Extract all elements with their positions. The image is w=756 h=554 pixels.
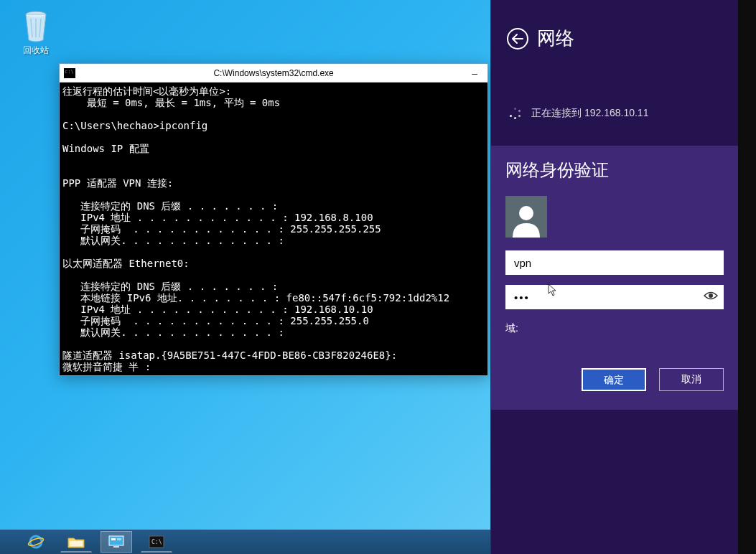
taskbar-settings[interactable] <box>101 531 132 553</box>
desktop-icon-recycle-bin[interactable]: 回收站 <box>13 9 59 57</box>
ok-button[interactable]: 确定 <box>582 368 646 391</box>
back-button[interactable] <box>507 28 528 50</box>
connection-status-row: 正在连接到 192.168.10.11 <box>491 64 738 126</box>
network-charm-panel: 网络 正在连接到 192.168.10.11 网络身份验证 域: 确定 取消 <box>490 0 738 554</box>
taskbar-cmd[interactable]: C:\ <box>141 531 172 553</box>
recycle-bin-icon <box>21 9 51 43</box>
password-field[interactable] <box>505 285 724 309</box>
svg-rect-7 <box>117 538 121 540</box>
svg-text:C:\: C:\ <box>151 539 162 545</box>
spinner-icon <box>510 108 521 119</box>
network-panel-title: 网络 <box>537 26 574 51</box>
taskbar[interactable]: C:\ <box>0 530 490 554</box>
svg-rect-4 <box>109 536 123 545</box>
taskbar-ie[interactable] <box>20 531 52 553</box>
cancel-button[interactable]: 取消 <box>659 368 724 391</box>
domain-label: 域: <box>505 322 724 335</box>
taskbar-explorer[interactable] <box>60 531 92 553</box>
cmd-app-icon <box>64 68 75 78</box>
cmd-window[interactable]: C:\Windows\system32\cmd.exe – 往返行程的估计时间<… <box>59 63 488 376</box>
auth-section: 网络身份验证 域: 确定 取消 <box>491 146 738 410</box>
minimize-button[interactable]: – <box>466 67 483 79</box>
cmd-titlebar[interactable]: C:\Windows\system32\cmd.exe – <box>60 64 487 83</box>
svg-rect-5 <box>113 546 119 548</box>
svg-rect-3 <box>70 541 83 546</box>
auth-heading: 网络身份验证 <box>505 159 724 182</box>
svg-point-10 <box>519 206 533 220</box>
reveal-password-icon[interactable] <box>704 289 718 304</box>
cmd-output[interactable]: 往返行程的估计时间<以毫秒为单位>: 最短 = 0ms, 最长 = 1ms, 平… <box>60 83 487 375</box>
screen-right-edge <box>738 0 756 554</box>
svg-point-2 <box>27 536 44 547</box>
svg-rect-6 <box>111 538 116 540</box>
recycle-bin-label: 回收站 <box>13 44 59 57</box>
connection-status-text: 正在连接到 192.168.10.11 <box>531 107 648 120</box>
svg-point-11 <box>709 294 713 298</box>
cmd-title: C:\Windows\system32\cmd.exe <box>81 68 466 78</box>
avatar <box>505 196 547 238</box>
username-field[interactable] <box>505 250 724 275</box>
